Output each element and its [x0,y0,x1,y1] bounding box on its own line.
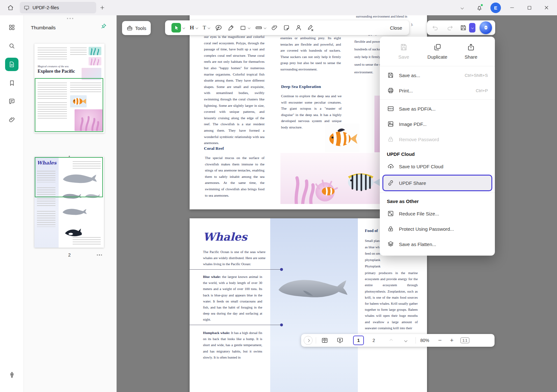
page-thumbnail-2[interactable]: Whales [34,157,104,248]
menu-item-reduce-file-size[interactable]: Reduce File Size... [380,206,495,221]
ai-assistant-button[interactable] [480,21,492,34]
menu-item-save-as-pdfa[interactable]: PDF/A Save as PDF/A... [380,101,495,116]
select-tool-button[interactable] [169,20,187,35]
zoom-in-button[interactable]: + [450,337,453,344]
next-page-button[interactable] [400,336,411,345]
menu-item-label: Protect Using Password... [399,226,454,232]
chevron-down-icon [471,26,474,29]
undo-icon [432,24,439,31]
notifications-button[interactable] [473,2,485,14]
page-2-button[interactable]: 2 [368,336,379,345]
redo-button[interactable] [445,23,455,33]
menu-item-save-to-updf-cloud[interactable]: Save to UPDF Cloud [380,159,495,174]
attachments-button[interactable] [5,113,19,127]
quick-duplicate-button[interactable]: Duplicate [424,43,451,60]
thumbnails-panel-button[interactable] [5,57,19,71]
thumb2-orca [64,228,83,237]
timeline-line-1 [190,269,281,270]
quick-share-label: Share [465,54,477,60]
blue-whale-body: the largest known animal in the world, w… [203,275,262,321]
menu-item-print[interactable]: Print... Ctrl+P [380,83,495,98]
chevron-down-icon [248,26,250,29]
thumb1-selection-rect[interactable] [35,78,103,132]
save-button-group [459,23,475,33]
close-window-button[interactable] [540,2,553,14]
actual-size-button[interactable]: 1:1 [460,338,469,343]
zoom-out-button[interactable]: − [438,337,442,344]
thumb2-selection-rect[interactable] [35,157,103,197]
humpback-whale-text: Humpback whale: It has a high dorsal fin… [203,330,262,360]
page1-column3-fragment: used to sense the s [354,61,381,68]
image-pdf-icon [387,120,394,127]
thumb2-label-row: 2 [34,252,105,258]
avatar[interactable]: E [490,3,501,13]
save-menu-dropdown-button[interactable] [469,23,475,33]
search-button[interactable] [5,39,19,53]
fill-sign-tool-button[interactable] [305,20,317,35]
maximize-button[interactable] [523,2,535,14]
grid-icon [8,24,15,31]
main-toolbar: H T [165,20,409,35]
document-tab[interactable]: UPDF-2-files [20,2,96,13]
bookmarks-button[interactable] [5,76,19,90]
thumb1-caption: Magical creatures of the sea. [38,65,69,68]
save-button[interactable] [459,23,467,33]
sticker-tool-button[interactable] [280,20,293,35]
page1-column3-fragment: only help it firmly [354,54,380,60]
menu-item-save-as[interactable]: Save as... Ctrl+Shift+S [380,68,495,83]
page-thumbnail-1[interactable]: Magical creatures of the sea. Explore th… [34,44,105,133]
signature-tool-button[interactable] [293,20,305,35]
menu-item-updf-share[interactable]: UPDF Share [383,176,491,190]
home-button[interactable] [4,2,17,14]
reader-view-icon [321,337,328,344]
thumb2-more-button[interactable] [97,254,102,256]
new-tab-button[interactable] [96,2,108,14]
panel-drag-handle[interactable] [24,18,116,19]
thumb2-whale-4 [62,207,89,217]
tools-label: Tools [135,25,146,31]
previous-page-button[interactable] [386,336,396,345]
active-panel-chip [5,58,18,71]
zoom-level-button[interactable]: 80% [420,338,429,343]
heading-tool-button[interactable]: H [187,20,200,35]
pen-tool-button[interactable] [225,20,237,35]
save-icon [400,43,408,51]
text-tool-button[interactable]: T [200,20,212,35]
attach-file-tool-button[interactable] [268,20,280,35]
comment-tool-button[interactable] [212,20,225,35]
measure-tool-button[interactable] [253,20,269,35]
reading-view-button[interactable] [319,336,330,345]
tools-button[interactable]: Tools [122,21,151,35]
menu-item-label: Save as Flatten... [399,242,436,247]
ink-pen-button[interactable] [5,368,19,382]
presentation-button[interactable] [335,336,345,345]
chevron-right-icon [307,339,310,342]
pin-panel-button[interactable] [100,23,107,31]
menu-item-image-pdf[interactable]: Image PDF... [380,116,495,132]
humpback-whale-label: Humpback whale: [203,331,230,335]
shapes-tool-button[interactable] [237,20,253,35]
minimize-button[interactable] [506,2,518,14]
menu-item-protect-using-password[interactable]: Protect Using Password... [380,221,495,236]
collapse-bottom-bar-button[interactable] [304,336,313,345]
food-body-text: primary producers in the marine ecosyste… [365,270,418,331]
menu-item-save-as-flatten[interactable]: Save as Flatten... [380,236,495,252]
undo-button[interactable] [430,23,441,33]
collapse-toolbar-button[interactable] [456,2,468,14]
blue-whale-text: Blue whale: the largest known animal in … [203,274,262,323]
quick-share-button[interactable]: Share [457,43,485,60]
reduce-size-icon [387,210,394,217]
humpback-whale-body: It has a high dorsal fin on its back tha… [203,331,262,359]
home-icon [7,4,14,11]
comments-button[interactable] [5,94,19,108]
timeline-dot-1 [280,268,283,271]
close-toolbar-button[interactable]: Close [387,25,405,31]
monitor-icon [24,5,30,11]
chevron-up-icon [389,339,393,342]
plus-icon [99,5,105,11]
document-icon [8,61,15,68]
food-fragment: feed on sm [365,250,380,257]
food-fragment: as blue wh [365,244,380,250]
apps-grid-button[interactable] [5,20,19,34]
current-page-input[interactable]: 1 [353,336,364,345]
